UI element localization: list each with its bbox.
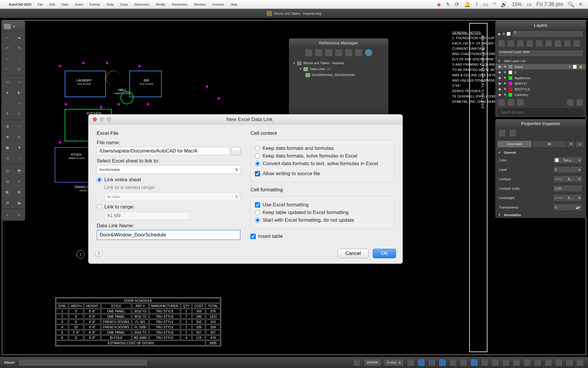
props-general[interactable]: ▼General	[495, 150, 586, 155]
tool-icon[interactable]: ⬚	[13, 121, 25, 132]
layer-tool-icon[interactable]	[527, 40, 533, 47]
refmgr-info-icon[interactable]	[365, 49, 372, 56]
tool-icon[interactable]: ⬡	[13, 64, 25, 74]
bluetooth-icon[interactable]: ᚼ	[475, 1, 478, 7]
tool-icon[interactable]: ▭	[1, 77, 13, 87]
status-icon[interactable]	[439, 359, 446, 366]
layer-freeze-icon[interactable]: ❄	[502, 32, 505, 36]
tool-icon[interactable]: ⌗	[13, 176, 25, 187]
menu-insert[interactable]: Insert	[75, 3, 83, 6]
cf-opt2[interactable]	[255, 218, 260, 223]
menu-connect[interactable]: Connect	[212, 3, 224, 6]
use-excel-fmt-check[interactable]	[255, 202, 260, 208]
tab-essentials[interactable]: Essentials	[497, 140, 532, 148]
tool-icon[interactable]: ⊟	[1, 197, 13, 208]
tool-icon[interactable]: ◫	[1, 165, 13, 176]
tool-icon[interactable]: ～	[13, 98, 25, 108]
status-icon[interactable]	[449, 359, 457, 366]
layer-row[interactable]: ◉❄BRDTITLE	[495, 86, 586, 92]
insert-table-check[interactable]	[250, 234, 256, 239]
tool-icon[interactable]: ⊞	[1, 121, 13, 132]
range-field[interactable]	[104, 212, 190, 220]
notif-icon[interactable]: 🔔	[464, 1, 470, 8]
menu-modify[interactable]: Modify	[156, 3, 165, 6]
status-icon[interactable]	[513, 359, 520, 366]
status-icon[interactable]	[502, 359, 510, 366]
layer-state[interactable]: Unsaved Layer State	[498, 50, 584, 57]
layer-row[interactable]: ◉❄Cabinetry	[495, 92, 586, 97]
status-icon[interactable]	[576, 359, 584, 366]
menu-help[interactable]: Help	[230, 3, 237, 6]
tool-icon[interactable]: ⊡	[1, 176, 13, 187]
tool-icon[interactable]: ▨	[13, 187, 25, 197]
sync-icon[interactable]: ⟳	[455, 1, 459, 8]
tool-icon[interactable]: ⬍	[13, 142, 25, 153]
status-icon[interactable]	[523, 359, 531, 366]
layer-list-header[interactable]: ◉❄Name▾🔒	[495, 64, 586, 69]
cf-opt1[interactable]	[255, 210, 260, 215]
menu-window[interactable]: Window	[194, 3, 206, 6]
tool-icon[interactable]: ◧	[1, 187, 13, 197]
help-button[interactable]: ?	[95, 250, 103, 257]
wifi-icon[interactable]: ⌔	[493, 1, 496, 7]
tool-icon[interactable]: ＋	[1, 32, 13, 43]
layer-tool-icon[interactable]	[564, 40, 571, 47]
props-extra-icon[interactable]: ◎	[575, 140, 584, 148]
tool-icon[interactable]: ▦	[1, 142, 13, 153]
props-extra-icon[interactable]: ✢	[567, 140, 575, 148]
tree-group[interactable]: ▼Data Links (1)	[293, 66, 385, 72]
layer-search[interactable]	[498, 109, 584, 116]
menu-dimension[interactable]: Dimension	[134, 3, 149, 6]
props-annotation[interactable]: ▼Annotation	[495, 212, 586, 218]
layer-tool-icon[interactable]	[574, 40, 580, 47]
app-name[interactable]: AutoCAD 2015	[9, 3, 31, 6]
status-icon[interactable]	[566, 359, 573, 366]
grid-icon[interactable]	[353, 359, 361, 366]
status-icon[interactable]	[534, 359, 542, 366]
tool-icon[interactable]: ／	[1, 53, 13, 64]
sheet-select[interactable]: DoorSchedule⇅	[97, 165, 240, 174]
layer-tool-icon[interactable]	[498, 40, 505, 47]
tree-link[interactable]: Door&Window_DoorSchedule	[293, 72, 385, 78]
hide-layer-list[interactable]: ▼Hide Layer List	[495, 58, 586, 64]
tool-icon[interactable]: ↔	[13, 153, 25, 163]
volume-icon[interactable]: 🔊	[501, 1, 507, 8]
cc-opt2[interactable]	[255, 153, 260, 159]
tool-icon[interactable]: ↷	[13, 43, 25, 53]
layer-tool-icon[interactable]	[508, 40, 514, 47]
tool-icon[interactable]: ⋯	[1, 98, 13, 108]
tool-icon[interactable]: ⇲	[1, 153, 13, 163]
status-icon[interactable]	[460, 359, 467, 366]
menu-tools[interactable]: Tools	[106, 3, 114, 6]
layer-row[interactable]: ◉❄BDRTXT	[495, 81, 586, 86]
tool-icon[interactable]: ⌑	[13, 210, 25, 221]
status-icon[interactable]	[407, 359, 415, 366]
allow-write-check[interactable]	[255, 171, 260, 176]
link-entire-radio[interactable]	[97, 177, 102, 183]
refmgr-attach-icon[interactable]	[305, 49, 312, 56]
status-icon[interactable]	[428, 359, 436, 366]
ok-button[interactable]: OK	[373, 249, 396, 258]
layer-tool-icon[interactable]	[517, 40, 524, 47]
link-range-radio[interactable]	[97, 204, 102, 210]
prop-lineweight[interactable]: ───B...▾	[553, 194, 582, 201]
layer-row[interactable]: ◉❄Appliances	[495, 75, 586, 81]
menu-file[interactable]: File	[38, 3, 43, 6]
props-mode-icon[interactable]	[510, 130, 516, 136]
tool-icon[interactable]: ⎘	[13, 132, 25, 142]
menu-view[interactable]: View	[61, 3, 69, 6]
tab-all[interactable]: All	[532, 140, 567, 148]
status-icon[interactable]	[544, 359, 552, 366]
prop-linetype[interactable]: ───B...▾	[553, 175, 582, 183]
tool-icon[interactable]: ↶	[1, 43, 13, 53]
status-icon[interactable]	[555, 359, 563, 366]
status-icon[interactable]	[492, 359, 499, 366]
file-name-field[interactable]	[97, 147, 229, 155]
tool-icon[interactable]: ⬒	[13, 165, 25, 176]
tool-icon[interactable]: ✎	[1, 108, 13, 119]
tool-icon[interactable]: ☁	[13, 32, 25, 43]
tool-icon[interactable]: ●	[1, 87, 13, 98]
refmgr-icon[interactable]	[325, 49, 332, 56]
current-layer[interactable]: 0	[512, 30, 584, 37]
evernote-icon[interactable]: ✎	[446, 1, 450, 8]
